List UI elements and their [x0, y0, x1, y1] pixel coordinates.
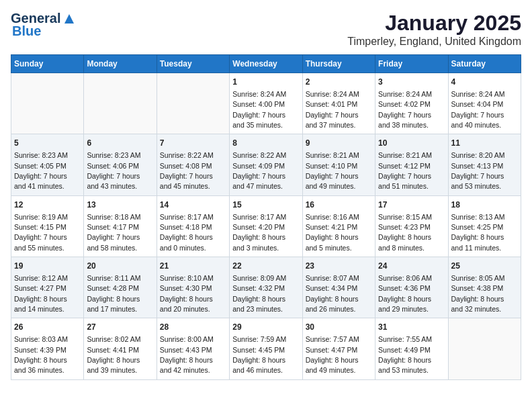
calendar-cell: 27Sunrise: 8:02 AM Sunset: 4:41 PM Dayli…: [84, 318, 157, 379]
calendar-week-row: 5Sunrise: 8:23 AM Sunset: 4:05 PM Daylig…: [11, 134, 521, 195]
calendar-cell: 16Sunrise: 8:16 AM Sunset: 4:21 PM Dayli…: [302, 195, 375, 257]
day-number: 24: [378, 261, 445, 272]
calendar-cell: 18Sunrise: 8:13 AM Sunset: 4:25 PM Dayli…: [448, 195, 521, 257]
calendar-cell: 28Sunrise: 8:00 AM Sunset: 4:43 PM Dayli…: [157, 318, 229, 379]
calendar-cell: 13Sunrise: 8:18 AM Sunset: 4:17 PM Dayli…: [84, 195, 157, 257]
day-info: Sunrise: 8:10 AM Sunset: 4:30 PM Dayligh…: [160, 274, 214, 313]
calendar-cell: 24Sunrise: 8:06 AM Sunset: 4:36 PM Dayli…: [375, 257, 448, 318]
calendar-cell: 20Sunrise: 8:11 AM Sunset: 4:28 PM Dayli…: [84, 257, 157, 318]
calendar-cell: 14Sunrise: 8:17 AM Sunset: 4:18 PM Dayli…: [157, 195, 229, 257]
day-number: 1: [232, 77, 299, 88]
calendar-cell: 5Sunrise: 8:23 AM Sunset: 4:05 PM Daylig…: [11, 134, 84, 195]
day-info: Sunrise: 8:17 AM Sunset: 4:18 PM Dayligh…: [160, 213, 214, 252]
calendar-cell: 26Sunrise: 8:03 AM Sunset: 4:39 PM Dayli…: [11, 318, 84, 379]
day-number: 10: [378, 138, 445, 149]
day-info: Sunrise: 8:15 AM Sunset: 4:23 PM Dayligh…: [378, 213, 432, 252]
calendar-cell: 15Sunrise: 8:17 AM Sunset: 4:20 PM Dayli…: [230, 195, 302, 257]
day-info: Sunrise: 8:19 AM Sunset: 4:15 PM Dayligh…: [14, 213, 68, 252]
day-number: 31: [378, 322, 445, 333]
calendar-cell: 17Sunrise: 8:15 AM Sunset: 4:23 PM Dayli…: [375, 195, 448, 257]
day-info: Sunrise: 8:13 AM Sunset: 4:25 PM Dayligh…: [451, 213, 505, 252]
day-info: Sunrise: 8:09 AM Sunset: 4:32 PM Dayligh…: [232, 274, 286, 313]
calendar-cell: 30Sunrise: 7:57 AM Sunset: 4:47 PM Dayli…: [302, 318, 375, 379]
calendar-week-row: 1Sunrise: 8:24 AM Sunset: 4:00 PM Daylig…: [11, 73, 521, 134]
day-info: Sunrise: 8:07 AM Sunset: 4:34 PM Dayligh…: [306, 274, 359, 313]
day-header-saturday: Saturday: [448, 55, 521, 73]
day-info: Sunrise: 8:23 AM Sunset: 4:05 PM Dayligh…: [14, 151, 68, 190]
day-info: Sunrise: 8:24 AM Sunset: 4:04 PM Dayligh…: [451, 90, 505, 129]
day-number: 9: [306, 138, 372, 149]
calendar-cell: 19Sunrise: 8:12 AM Sunset: 4:27 PM Dayli…: [11, 257, 84, 318]
day-number: 15: [232, 199, 299, 211]
day-number: 4: [451, 77, 518, 88]
day-info: Sunrise: 8:24 AM Sunset: 4:01 PM Dayligh…: [306, 90, 359, 129]
calendar-cell: 8Sunrise: 8:22 AM Sunset: 4:09 PM Daylig…: [230, 134, 302, 195]
day-number: 11: [451, 138, 518, 149]
day-number: 7: [160, 138, 226, 149]
calendar-cell: 12Sunrise: 8:19 AM Sunset: 4:15 PM Dayli…: [11, 195, 84, 257]
calendar-cell: 25Sunrise: 8:05 AM Sunset: 4:38 PM Dayli…: [448, 257, 521, 318]
day-number: 8: [232, 138, 299, 149]
day-header-thursday: Thursday: [302, 55, 375, 73]
day-info: Sunrise: 8:02 AM Sunset: 4:41 PM Dayligh…: [87, 335, 140, 374]
logo-icon: [62, 11, 77, 26]
day-number: 19: [14, 261, 81, 272]
calendar-week-row: 19Sunrise: 8:12 AM Sunset: 4:27 PM Dayli…: [11, 257, 521, 318]
day-number: 14: [160, 199, 226, 211]
day-info: Sunrise: 8:06 AM Sunset: 4:36 PM Dayligh…: [378, 274, 432, 313]
calendar-cell: 21Sunrise: 8:10 AM Sunset: 4:30 PM Dayli…: [157, 257, 229, 318]
day-info: Sunrise: 7:57 AM Sunset: 4:47 PM Dayligh…: [306, 335, 359, 374]
calendar-week-row: 26Sunrise: 8:03 AM Sunset: 4:39 PM Dayli…: [11, 318, 521, 379]
day-info: Sunrise: 8:24 AM Sunset: 4:00 PM Dayligh…: [232, 90, 286, 129]
day-info: Sunrise: 8:22 AM Sunset: 4:09 PM Dayligh…: [232, 151, 286, 190]
day-number: 25: [451, 261, 518, 272]
calendar-cell: 1Sunrise: 8:24 AM Sunset: 4:00 PM Daylig…: [230, 73, 302, 134]
day-info: Sunrise: 8:21 AM Sunset: 4:12 PM Dayligh…: [378, 151, 432, 190]
page-header: General Blue January 2025 Timperley, Eng…: [11, 11, 521, 48]
calendar-cell: 11Sunrise: 8:20 AM Sunset: 4:13 PM Dayli…: [448, 134, 521, 195]
calendar-cell: 22Sunrise: 8:09 AM Sunset: 4:32 PM Dayli…: [230, 257, 302, 318]
day-info: Sunrise: 8:22 AM Sunset: 4:08 PM Dayligh…: [160, 151, 214, 190]
day-number: 29: [232, 322, 299, 333]
logo-blue: Blue: [11, 24, 41, 39]
logo: General Blue: [11, 11, 77, 39]
day-number: 17: [378, 199, 445, 211]
calendar-cell: [157, 73, 229, 134]
day-number: 12: [14, 199, 81, 211]
day-number: 6: [87, 138, 153, 149]
page-title: January 2025: [347, 11, 521, 36]
day-number: 16: [306, 199, 372, 211]
calendar-cell: 31Sunrise: 7:55 AM Sunset: 4:49 PM Dayli…: [375, 318, 448, 379]
calendar-cell: 10Sunrise: 8:21 AM Sunset: 4:12 PM Dayli…: [375, 134, 448, 195]
day-info: Sunrise: 8:18 AM Sunset: 4:17 PM Dayligh…: [87, 213, 140, 252]
calendar-cell: 7Sunrise: 8:22 AM Sunset: 4:08 PM Daylig…: [157, 134, 229, 195]
calendar-cell: 9Sunrise: 8:21 AM Sunset: 4:10 PM Daylig…: [302, 134, 375, 195]
title-block: January 2025 Timperley, England, United …: [347, 11, 521, 48]
day-info: Sunrise: 7:55 AM Sunset: 4:49 PM Dayligh…: [378, 335, 432, 374]
day-number: 27: [87, 322, 153, 333]
calendar-cell: 4Sunrise: 8:24 AM Sunset: 4:04 PM Daylig…: [448, 73, 521, 134]
day-number: 2: [306, 77, 372, 88]
day-info: Sunrise: 8:03 AM Sunset: 4:39 PM Dayligh…: [14, 335, 68, 374]
day-info: Sunrise: 8:12 AM Sunset: 4:27 PM Dayligh…: [14, 274, 68, 313]
day-info: Sunrise: 8:17 AM Sunset: 4:20 PM Dayligh…: [232, 213, 286, 252]
day-number: 21: [160, 261, 226, 272]
day-header-tuesday: Tuesday: [157, 55, 229, 73]
day-info: Sunrise: 8:16 AM Sunset: 4:21 PM Dayligh…: [306, 213, 359, 252]
day-number: 28: [160, 322, 226, 333]
day-header-wednesday: Wednesday: [230, 55, 302, 73]
calendar-cell: [448, 318, 521, 379]
calendar-cell: [11, 73, 84, 134]
day-number: 30: [306, 322, 372, 333]
day-info: Sunrise: 8:23 AM Sunset: 4:06 PM Dayligh…: [87, 151, 140, 190]
day-number: 23: [306, 261, 372, 272]
day-number: 3: [378, 77, 445, 88]
calendar-cell: 23Sunrise: 8:07 AM Sunset: 4:34 PM Dayli…: [302, 257, 375, 318]
day-number: 18: [451, 199, 518, 211]
page-subtitle: Timperley, England, United Kingdom: [347, 36, 521, 48]
day-info: Sunrise: 8:24 AM Sunset: 4:02 PM Dayligh…: [378, 90, 432, 129]
calendar-cell: 2Sunrise: 8:24 AM Sunset: 4:01 PM Daylig…: [302, 73, 375, 134]
calendar-table: SundayMondayTuesdayWednesdayThursdayFrid…: [11, 54, 521, 380]
day-number: 5: [14, 138, 81, 149]
day-number: 20: [87, 261, 153, 272]
